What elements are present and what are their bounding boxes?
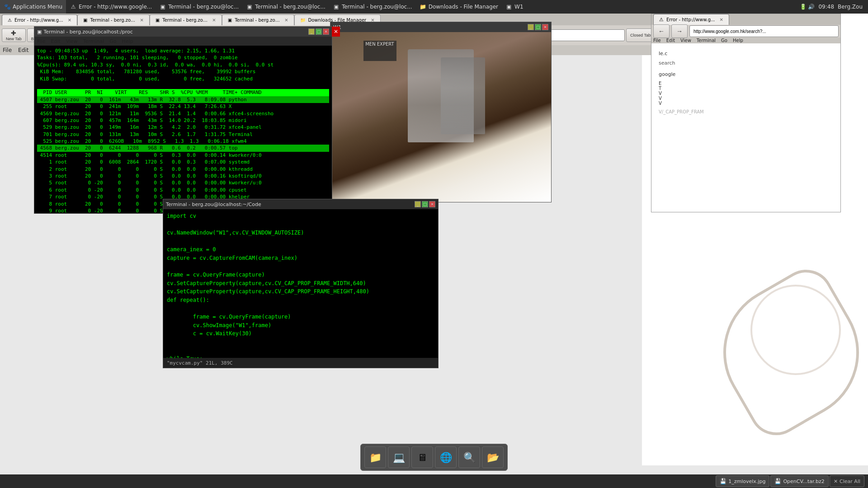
code-maximize[interactable]: □	[422, 201, 428, 207]
top-row-python: 4507 berg.zou 20 0 161m 43m 13m R 32.8 5…	[37, 96, 329, 103]
minimize-button[interactable]: _	[308, 28, 315, 35]
top-row-cpuset: 6 root 0 -20 0 0 0 S 0.0 0.0 0:00.00 cpu…	[37, 187, 329, 193]
download-bar: 💾 1_zmlovelx.jpg 💾 OpenCV...tar.bz2 ✕ Cl…	[716, 474, 868, 488]
browser-main-tab-active[interactable]: ⚠ Error - http://www.g... ✕	[2, 14, 77, 25]
taskbar-terminal-1[interactable]: ▣ Terminal - berg.zou@loc...	[156, 0, 242, 14]
term-menu-view[interactable]: View	[66, 38, 78, 44]
terminal-close-red[interactable]: ✕	[332, 27, 340, 37]
clear-all-button[interactable]: ✕ Clear All	[830, 475, 864, 487]
partial-menu-edit[interactable]: Edit	[666, 38, 675, 43]
code-line-setcap-height: cv.SetCaptureProperty(capture,cv.CV_CAP_…	[167, 287, 434, 296]
top-row-top: 4568 berg.zou 20 0 6244 1288 968 R 0.6 0…	[37, 145, 329, 151]
terminal-icon-2: ▣	[246, 3, 253, 10]
code-line-blank5	[167, 338, 434, 347]
code-editor-window: Terminal - berg.zou@localhost:~/Code _ □…	[163, 199, 439, 368]
term-menu-go[interactable]: Go	[109, 38, 116, 44]
code-close[interactable]: ✕	[429, 201, 435, 207]
partial-menu-terminal[interactable]: Terminal	[697, 38, 716, 43]
term-menu-terminal[interactable]: Terminal	[83, 38, 104, 44]
partial-menu-help[interactable]: Help	[733, 38, 743, 43]
dock-display[interactable]: 🖥	[411, 446, 433, 468]
applications-icon: 🐾	[4, 3, 11, 10]
camera-window-buttons: _ □ ✕	[528, 24, 548, 30]
camera-close[interactable]: ✕	[542, 24, 548, 30]
code-line-setcap-width: cv.SetCaptureProperty(capture,cv.CV_CAP_…	[167, 279, 434, 288]
camera-feed: MEN EXPERT	[330, 32, 551, 202]
cap-prop-text: V/_CAP_PROP_FRAM	[659, 109, 833, 114]
close-button[interactable]: ✕	[323, 28, 329, 35]
partial-menu-go[interactable]: Go	[721, 38, 727, 43]
download-item-jpg[interactable]: 💾 1_zmlovelx.jpg	[716, 475, 769, 487]
new-tab-button[interactable]: ✚ New Tab	[2, 28, 26, 42]
top-line-summary: top - 09:48:53 up 1:49, 4 users, load av…	[37, 47, 329, 54]
dock-terminal[interactable]: 💻	[388, 446, 410, 468]
partial-browser-window: ⚠ Error - http://www.g... ✕ ← → File Edi…	[651, 14, 841, 212]
top-line-tasks: Tasks: 103 total, 2 running, 101 sleepin…	[37, 54, 329, 61]
back-button[interactable]: ←	[653, 24, 670, 38]
tab-close-main[interactable]: ✕	[68, 18, 71, 23]
code-line-camera-inex: camera_inex = 0	[167, 245, 434, 254]
download-item-tar[interactable]: 💾 OpenCV...tar.bz2	[770, 475, 828, 487]
forward-icon: →	[676, 28, 683, 35]
code-line-blank6	[167, 347, 434, 355]
dock-file-manager[interactable]: 📁	[364, 446, 386, 468]
taskbar-downloads-file-manager[interactable]: 📁 Downloads - File Manager	[416, 0, 502, 14]
opencv-result: E	[659, 81, 833, 86]
top-row-ksoftirqd: 3 root 20 0 0 0 0 S 0.0 0.0 0:00.16 ksof…	[37, 173, 329, 179]
search-result-snippet: google	[659, 71, 833, 77]
top-row-kthreadd: 2 root 20 0 0 0 0 S 0.0 0.0 0:00.00 kthr…	[37, 166, 329, 173]
taskbar-clock: 🔋 🔊 09:48 Berg.Zou	[794, 4, 868, 10]
tab-close-term2[interactable]: ✕	[212, 18, 216, 23]
terminal-top-window: ▣ Terminal - berg.zou@localhost:/proc _ …	[34, 26, 332, 214]
camera-maximize[interactable]: □	[535, 24, 541, 30]
taskbar-w1[interactable]: ▣ W1	[502, 0, 527, 14]
tab-error-favicon: ⚠	[8, 18, 12, 23]
search-url-partial: le.c	[659, 51, 833, 56]
top-row-x: 255 root 20 0 241m 109m 18m S 22.4 13.4 …	[37, 103, 329, 110]
code-minimize[interactable]: _	[415, 201, 421, 207]
tab-term2-icon: ▣	[156, 18, 160, 23]
top-row-panel: 529 berg.zou 20 0 149m 16m 12m S 4.2 2.0…	[37, 124, 329, 131]
taskbar-error-tab[interactable]: ⚠ Error - http://www.google...	[66, 0, 156, 14]
w1-icon: ▣	[505, 3, 513, 10]
browser-main-tab-term3[interactable]: ▣ Terminal - berg.zou@loc... ✕	[222, 14, 294, 25]
tab-close-icon[interactable]: ✕	[720, 17, 723, 22]
partial-address-bar[interactable]	[689, 25, 839, 37]
dock-folder[interactable]: 📂	[482, 446, 504, 468]
menu-file[interactable]: File	[3, 47, 12, 53]
code-line-blank3	[167, 263, 434, 271]
browser-tab-error[interactable]: ⚠ Error - http://www.g... ✕	[653, 14, 729, 25]
code-editor-content[interactable]: import cv cv.NamedWindow("W1",cv.CV_WIND…	[163, 209, 438, 368]
taskbar-terminal-2[interactable]: ▣ Terminal - berg.zou@loc...	[242, 0, 329, 14]
camera-minimize[interactable]: _	[528, 24, 534, 30]
code-line-import: import cv	[167, 212, 434, 221]
browser-main-tab-term2[interactable]: ▣ Terminal - berg.zou@loc... ✕	[150, 14, 222, 25]
code-editor-footer: "mycvcam.py" 21L, 389C	[163, 358, 438, 368]
maximize-button[interactable]: □	[316, 28, 322, 35]
term-menu-edit[interactable]: Edit	[51, 38, 60, 44]
top-line-cpu: %Cpu(s): 89.4 us, 10.3 sy, 0.0 ni, 0.3 i…	[37, 61, 329, 68]
back-icon: ←	[658, 28, 665, 35]
taskbar-applications-menu[interactable]: 🐾 Applications Menu	[0, 0, 66, 14]
tab-close-term3[interactable]: ✕	[284, 18, 288, 23]
top-row-screenshot: 4569 berg.zou 20 0 121m 11m 9536 S 21.4 …	[37, 110, 329, 117]
code-line-frame2: frame = cv.QueryFrame(capture)	[167, 313, 434, 321]
term-menu-file[interactable]: File	[37, 38, 45, 44]
taskbar-terminal-3[interactable]: ▣ Terminal - berg.zou@loc...	[329, 0, 416, 14]
top-line-mem: KiB Mem: 834856 total, 781280 used, 5357…	[37, 68, 329, 75]
partial-menu-view[interactable]: View	[680, 38, 691, 43]
tab-close-term1[interactable]: ✕	[140, 18, 143, 23]
opencv-result-v3: V	[659, 101, 833, 106]
menu-edit[interactable]: Edit	[18, 47, 28, 53]
partial-menu-file[interactable]: File	[653, 38, 661, 43]
forward-button[interactable]: →	[671, 24, 688, 38]
terminal-top-content: top - 09:48:53 up 1:49, 4 users, load av…	[34, 46, 332, 213]
top-line-blank	[37, 82, 329, 89]
browser-main-tab-term1[interactable]: ▣ Terminal - berg.zou@loc... ✕	[77, 14, 150, 25]
dock-browser[interactable]: 🌐	[435, 446, 457, 468]
term-menu-help[interactable]: Help	[122, 38, 133, 44]
top-line-header: PID USER PR NI VIRT RES SHR S %CPU %MEM …	[37, 89, 329, 96]
code-editor-titlebar: Terminal - berg.zou@localhost:~/Code _ □…	[163, 199, 438, 209]
code-editor-title: Terminal - berg.zou@localhost:~/Code	[166, 202, 261, 207]
dock-search[interactable]: 🔍	[458, 446, 480, 468]
